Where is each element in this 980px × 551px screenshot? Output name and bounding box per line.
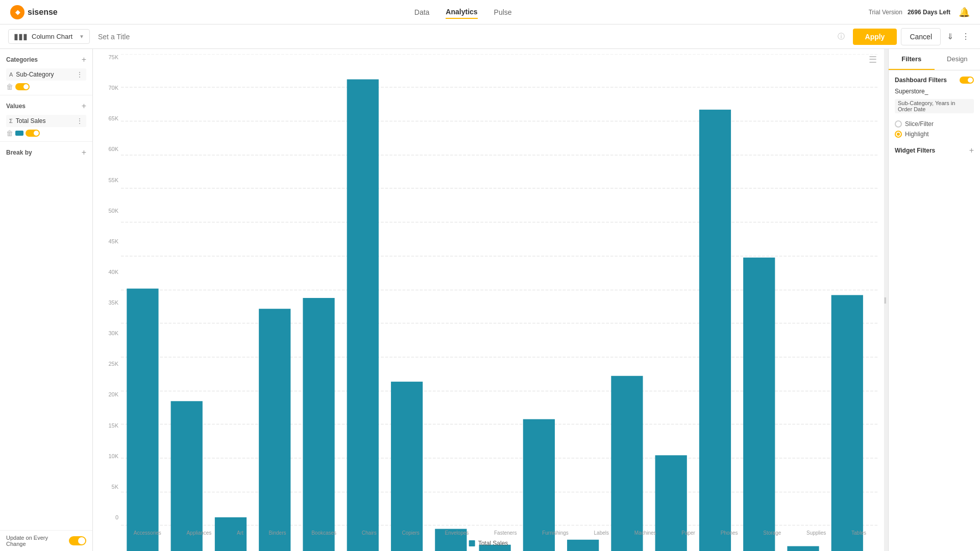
chart-area: ☰ <box>93 49 884 551</box>
bar-appliances[interactable] <box>171 401 203 551</box>
x-label-machines: Machines <box>634 530 656 536</box>
right-panel-content: Dashboard Filters Superstore_ Sub-Catego… <box>889 70 980 551</box>
value-color-swatch[interactable] <box>15 131 23 136</box>
update-toggle[interactable] <box>69 536 86 545</box>
logo-text: ◆ <box>15 9 20 16</box>
slice-filter-label: Slice/Filter <box>905 120 934 128</box>
values-menu-icon[interactable]: ⋮ <box>76 117 83 125</box>
right-panel: Filters Design Dashboard Filters Superst… <box>888 49 980 551</box>
field-type-icon: A <box>9 71 13 78</box>
x-label-binders: Binders <box>269 530 286 536</box>
x-label-accessories: Accessories <box>134 530 161 536</box>
toolbar-right: Apply Cancel ⇓ ⋮ <box>853 28 972 45</box>
sisense-logo: ◆ sisense <box>10 5 58 19</box>
days-left: 2696 Days Left <box>908 9 950 16</box>
y-label-15k: 15K <box>98 422 118 429</box>
bar-paper[interactable] <box>655 455 687 551</box>
y-label-65k: 65K <box>98 115 118 121</box>
bar-supplies[interactable] <box>787 546 819 551</box>
value-toggle[interactable] <box>26 130 40 137</box>
title-input[interactable] <box>98 33 834 41</box>
y-label-60k: 60K <box>98 146 118 152</box>
y-axis: 75K 70K 65K 60K 55K 50K 45K 40K 35K 30K … <box>98 54 118 520</box>
delete-value-icon[interactable]: 🗑 <box>6 129 13 137</box>
bar-labels[interactable] <box>567 540 599 551</box>
tab-design[interactable]: Design <box>935 49 981 70</box>
legend-label: Total Sales <box>478 540 508 547</box>
bar-copiers[interactable] <box>391 382 423 551</box>
update-label: Update on Every Change <box>6 535 69 547</box>
logo-icon: ◆ <box>10 5 24 19</box>
values-field-label: Total Sales <box>16 117 73 124</box>
break-by-title: Break by <box>6 149 32 156</box>
x-label-furnishings: Furnishings <box>542 530 569 536</box>
categories-section: Categories + A Sub-Category ⋮ 🗑 <box>0 49 92 95</box>
left-panel: Categories + A Sub-Category ⋮ 🗑 Values +… <box>0 49 93 551</box>
field-menu-icon[interactable]: ⋮ <box>76 70 83 79</box>
bar-machines[interactable] <box>611 376 643 551</box>
y-label-10k: 10K <box>98 453 118 459</box>
more-options-icon[interactable]: ⋮ <box>960 30 972 43</box>
slice-filter-radio[interactable] <box>895 120 902 128</box>
add-widget-filter-button[interactable]: + <box>969 146 974 155</box>
y-label-75k: 75K <box>98 54 118 60</box>
x-label-art: Art <box>237 530 243 536</box>
nav-analytics[interactable]: Analytics <box>446 6 477 19</box>
x-label-storage: Storage <box>763 530 781 536</box>
toolbar: ▮▮▮ Column Chart ▼ ⓘ Apply Cancel ⇓ ⋮ <box>0 24 980 49</box>
dashboard-filters-title: Dashboard Filters <box>895 77 974 84</box>
trial-info: Trial Version 2696 Days Left <box>869 9 950 16</box>
x-label-bookcases: Bookcases <box>311 530 336 536</box>
legend-swatch <box>469 540 475 546</box>
widget-filters-section: Widget Filters + <box>895 146 974 155</box>
break-by-section: Break by + <box>0 142 92 167</box>
notification-icon[interactable]: 🔔 <box>959 7 970 18</box>
values-field-icon: Σ <box>9 118 13 124</box>
nav-pulse[interactable]: Pulse <box>494 6 512 18</box>
categories-title: Categories <box>6 56 38 63</box>
x-label-appliances: Appliances <box>186 530 211 536</box>
dashboard-filters-label: Dashboard Filters <box>895 77 947 84</box>
bar-phones[interactable] <box>699 110 731 551</box>
highlight-option[interactable]: Highlight <box>895 131 974 138</box>
bar-storage[interactable] <box>743 258 775 551</box>
main-layout: Categories + A Sub-Category ⋮ 🗑 Values +… <box>0 49 980 551</box>
bar-tables[interactable] <box>831 295 863 551</box>
category-field-label: Sub-Category <box>16 71 73 78</box>
chart-type-selector[interactable]: ▮▮▮ Column Chart ▼ <box>8 29 90 44</box>
x-label-chairs: Chairs <box>362 530 377 536</box>
y-label-45k: 45K <box>98 238 118 244</box>
apply-button[interactable]: Apply <box>853 29 897 45</box>
add-category-button[interactable]: + <box>82 55 86 64</box>
bar-chairs[interactable] <box>347 80 379 552</box>
add-break-by-button[interactable]: + <box>82 148 86 157</box>
dashboard-filter-toggle[interactable] <box>960 77 974 84</box>
categories-header: Categories + <box>6 55 86 64</box>
top-nav: ◆ sisense Data Analytics Pulse Trial Ver… <box>0 0 980 24</box>
bar-accessories[interactable] <box>127 289 158 551</box>
bottom-bar: Update on Every Change <box>0 530 92 551</box>
break-by-header: Break by + <box>6 148 86 157</box>
y-label-70k: 70K <box>98 85 118 91</box>
slice-filter-option[interactable]: Slice/Filter <box>895 120 974 128</box>
bar-bookcases[interactable] <box>303 298 334 551</box>
y-label-40k: 40K <box>98 269 118 275</box>
delete-category-icon[interactable]: 🗑 <box>6 83 13 91</box>
category-toggle[interactable] <box>15 83 30 90</box>
highlight-radio[interactable] <box>895 131 902 138</box>
tab-filters[interactable]: Filters <box>889 49 935 70</box>
bar-binders[interactable] <box>259 309 290 551</box>
download-icon[interactable]: ⇓ <box>945 30 955 43</box>
drag-handle[interactable]: ▌ <box>884 49 888 551</box>
x-label-fasteners: Fasteners <box>494 530 517 536</box>
x-label-copiers: Copiers <box>402 530 419 536</box>
nav-data[interactable]: Data <box>414 6 430 18</box>
cancel-button[interactable]: Cancel <box>901 28 941 45</box>
x-label-paper: Paper <box>681 530 695 536</box>
values-title: Values <box>6 103 26 110</box>
add-value-button[interactable]: + <box>82 102 86 111</box>
y-label-25k: 25K <box>98 361 118 367</box>
filter-sub: Sub-Category, Years in Order Date <box>895 99 974 113</box>
y-label-30k: 30K <box>98 330 118 336</box>
title-input-area: ⓘ <box>98 32 845 41</box>
